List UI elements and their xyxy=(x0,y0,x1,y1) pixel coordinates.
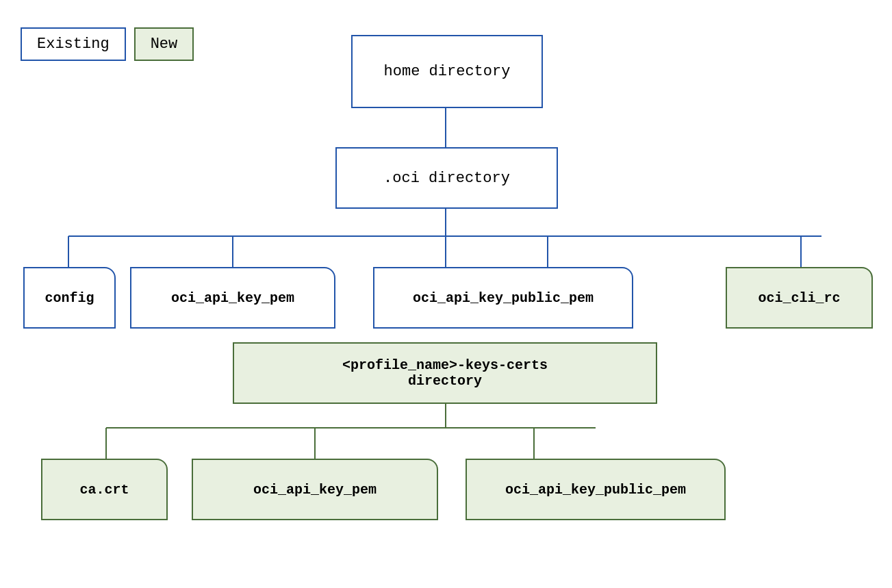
oci-api-key-pem-node: oci_api_key_pem xyxy=(130,267,335,329)
profile-keys-certs-node: <profile_name>-keys-certs directory xyxy=(233,342,657,404)
profile-keys-certs-line1: <profile_name>-keys-certs xyxy=(342,357,548,373)
diagram-container: Existing New home directory xyxy=(0,0,892,588)
home-directory-node: home directory xyxy=(351,35,543,108)
legend: Existing New xyxy=(21,27,194,61)
oci-cli-rc-node: oci_cli_rc xyxy=(726,267,873,329)
ca-crt-node: ca.crt xyxy=(41,459,168,520)
legend-new: New xyxy=(134,27,194,61)
oci-api-key-pem-2-node: oci_api_key_pem xyxy=(192,459,438,520)
profile-keys-certs-line2: directory xyxy=(408,373,482,389)
oci-directory-node: .oci directory xyxy=(335,147,558,209)
legend-existing: Existing xyxy=(21,27,126,61)
oci-api-key-public-pem-node: oci_api_key_public_pem xyxy=(373,267,633,329)
config-node: config xyxy=(23,267,116,329)
oci-api-key-public-pem-2-node: oci_api_key_public_pem xyxy=(466,459,726,520)
